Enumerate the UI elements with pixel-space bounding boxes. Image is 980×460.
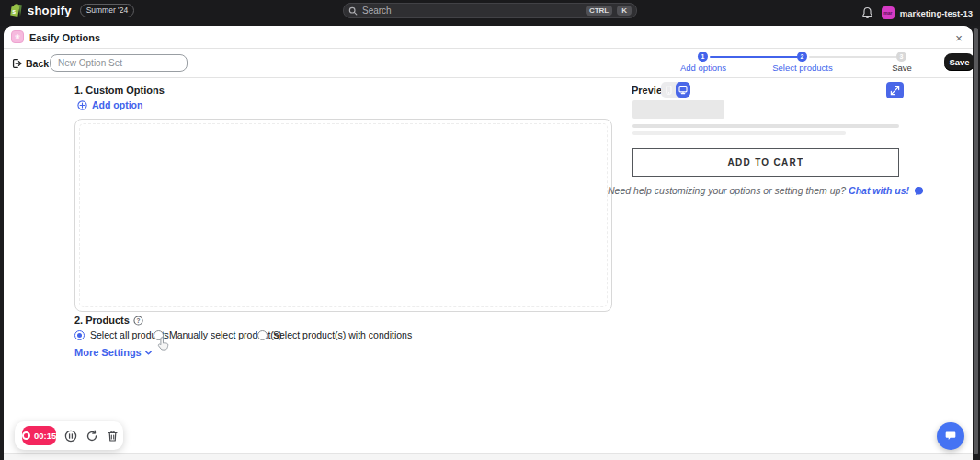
more-settings-link[interactable]: More Settings (74, 347, 153, 358)
add-option-label: Add option (92, 99, 142, 110)
option-set-name-input[interactable] (50, 54, 188, 72)
more-settings-label: More Settings (74, 347, 142, 358)
expand-icon (890, 86, 900, 96)
screen-recorder-widget: 00:15 (15, 421, 123, 450)
record-indicator-icon (22, 431, 30, 440)
search-placeholder: Search (362, 6, 581, 16)
products-heading: 2. Products ? (74, 315, 143, 326)
admin-topbar: s shopify Summer '24 Search CTRL K mar m… (0, 0, 980, 26)
radio-label: Select product(s) with conditions (273, 329, 412, 340)
chat-with-us-link[interactable]: Chat with us! (849, 185, 909, 196)
shortcut-ctrl-badge: CTRL (586, 6, 612, 16)
restart-icon (85, 430, 98, 443)
store-menu[interactable]: mar marketing-test-13 (882, 6, 973, 19)
step-3-label: Save (865, 63, 939, 73)
step-connector-2 (809, 56, 897, 58)
options-dropzone (74, 119, 612, 312)
step-2-label: Select products (766, 63, 839, 73)
trash-icon (107, 430, 119, 443)
shopify-bag-icon: s (8, 3, 23, 18)
bell-icon[interactable] (861, 6, 873, 19)
expand-preview-button[interactable] (886, 82, 904, 98)
chat-launcher-button[interactable] (937, 422, 964, 450)
shortcut-k-badge: K (617, 6, 632, 16)
pause-icon (64, 430, 77, 443)
help-text: Need help customizing your options or se… (605, 185, 927, 196)
shopify-wordmark: shopify (28, 4, 72, 17)
restart-recording-button[interactable] (85, 430, 98, 443)
delete-recording-button[interactable] (107, 430, 119, 443)
back-label: Back (26, 58, 49, 69)
chat-bubble-icon (914, 186, 924, 196)
mobile-icon (666, 86, 672, 95)
products-heading-label: 2. Products (74, 315, 130, 326)
store-name: marketing-test-13 (900, 8, 973, 18)
radio-circle[interactable] (154, 330, 164, 340)
step-2-circle[interactable]: 2 (797, 52, 807, 62)
search-input[interactable]: Search CTRL K (343, 3, 637, 18)
add-to-cart-button[interactable]: ADD TO CART (632, 148, 899, 177)
add-option-button[interactable]: Add option (77, 99, 142, 110)
easify-app-icon: ❀ (11, 30, 24, 43)
recording-timer: 00:15 (34, 431, 56, 441)
radio-circle[interactable] (257, 330, 268, 340)
back-button[interactable]: Back (11, 58, 49, 69)
dropzone-dashed-area (79, 123, 608, 307)
search-icon (348, 6, 358, 16)
close-icon[interactable]: × (951, 29, 967, 46)
product-selection-radio-group: Select all products Manually select prod… (74, 329, 589, 344)
preview-device-toggle[interactable] (661, 82, 690, 98)
help-text-plain: Need help customizing your options or se… (608, 185, 849, 196)
pause-recording-button[interactable] (64, 430, 77, 443)
step-1-label: Add options (667, 63, 740, 73)
app-toolbar: Back 1 Add options 2 Select products 3 S… (4, 50, 973, 78)
exit-icon (11, 58, 22, 69)
preview-skeleton-line-2 (632, 131, 846, 135)
radio-select-with-conditions[interactable]: Select product(s) with conditions (257, 329, 412, 340)
store-avatar: mar (882, 6, 895, 19)
step-3-circle[interactable]: 3 (896, 52, 906, 62)
easify-app-frame: ❀ Easify Options × Back 1 Add options 2 … (4, 26, 973, 460)
app-title: Easify Options (29, 32, 100, 43)
mobile-view-segment[interactable] (661, 82, 676, 98)
step-connector-1 (710, 56, 798, 58)
custom-options-heading: 1. Custom Options (74, 85, 165, 96)
help-icon[interactable]: ? (133, 316, 143, 326)
preview-skeleton-line-1 (632, 124, 899, 128)
chevron-down-icon (144, 349, 153, 357)
recording-stop-button[interactable]: 00:15 (22, 426, 56, 445)
shopify-logo: s shopify Summer '24 (8, 3, 134, 18)
svg-text:?: ? (136, 316, 140, 323)
desktop-icon (678, 86, 688, 95)
app-header: ❀ Easify Options × (4, 26, 973, 49)
save-button[interactable]: Save (944, 53, 973, 71)
frame-bottom-strip (4, 454, 973, 460)
step-1-circle[interactable]: 1 (698, 52, 708, 62)
page-scrollbar[interactable] (974, 28, 978, 454)
chat-fab-bubble-icon (943, 429, 958, 443)
preview-skeleton-block (632, 100, 724, 119)
svg-text:s: s (12, 8, 16, 15)
desktop-view-segment[interactable] (676, 82, 690, 98)
plus-circle-icon (77, 100, 87, 110)
radio-circle-checked[interactable] (74, 330, 85, 340)
version-badge: Summer '24 (80, 4, 135, 17)
